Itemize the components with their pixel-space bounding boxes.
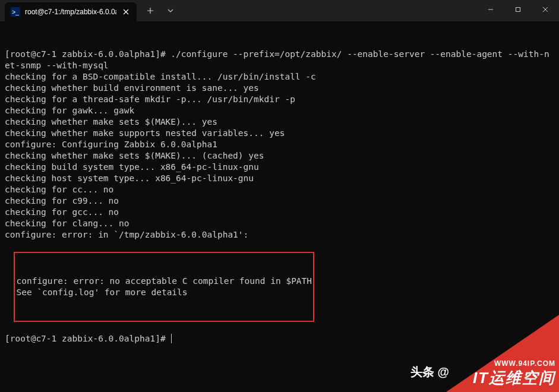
chevron-down-icon: [167, 7, 174, 14]
tab-dropdown-button[interactable]: [160, 1, 181, 20]
plus-icon: [147, 7, 154, 14]
terminal-output[interactable]: [root@c7-1 zabbix-6.0.0alpha1]# ./config…: [0, 21, 559, 361]
terminal-line: checking for clang... no: [5, 218, 554, 229]
watermark-toutiao: 头条 @: [410, 364, 449, 380]
terminal-line: checking whether make sets $(MAKE)... ye…: [5, 116, 554, 128]
terminal-line: checking for a BSD-compatible install...…: [5, 71, 554, 83]
title-bar: >_ root@c7-1:/tmp/zabbix-6.0.0alp: [0, 0, 559, 21]
terminal-line: checking for cc... no: [5, 184, 554, 195]
tab-title: root@c7-1:/tmp/zabbix-6.0.0alp: [25, 8, 116, 16]
minimize-icon: [488, 7, 494, 12]
terminal-line: configure: Configuring Zabbix 6.0.0alpha…: [5, 139, 554, 150]
minimize-button[interactable]: [477, 0, 504, 19]
window-controls: [477, 0, 559, 21]
terminal-line: checking whether build environment is sa…: [5, 83, 554, 94]
terminal-line-error: configure: error: no acceptable C compil…: [16, 276, 312, 287]
close-icon: [542, 7, 548, 12]
terminal-line: configure: error: in `/tmp/zabbix-6.0.0a…: [5, 229, 554, 241]
powershell-icon: >_: [11, 7, 20, 17]
tab-close-button[interactable]: [121, 7, 131, 17]
maximize-icon: [515, 7, 521, 12]
terminal-line: [root@c7-1 zabbix-6.0.0alpha1]# ./config…: [5, 49, 554, 71]
watermark-main: IT运维空间: [473, 368, 555, 388]
watermark-url: WWW.94IP.COM: [473, 359, 555, 368]
terminal-line: checking for gawk... gawk: [5, 105, 554, 116]
terminal-line: checking whether make supports nested va…: [5, 128, 554, 139]
terminal-prompt: [root@c7-1 zabbix-6.0.0alpha1]#: [5, 334, 170, 343]
terminal-line-error: See `config.log' for more details: [16, 287, 312, 298]
maximize-button[interactable]: [504, 0, 532, 19]
terminal-lines: [root@c7-1 zabbix-6.0.0alpha1]# ./config…: [5, 49, 554, 241]
new-tab-button[interactable]: [140, 1, 160, 20]
terminal-line: checking build system type... x86_64-pc-…: [5, 162, 554, 173]
tab-active[interactable]: >_ root@c7-1:/tmp/zabbix-6.0.0alp: [5, 2, 137, 21]
terminal-line: checking for gcc... no: [5, 207, 554, 218]
window-close-button[interactable]: [532, 0, 559, 19]
watermark-text: WWW.94IP.COM IT运维空间: [473, 359, 555, 388]
svg-rect-0: [516, 8, 520, 12]
tab-strip: >_ root@c7-1:/tmp/zabbix-6.0.0alp: [0, 0, 181, 21]
terminal-highlighted-lines: configure: error: no acceptable C compil…: [16, 276, 312, 298]
close-icon: [123, 9, 129, 15]
terminal-line: checking for c99... no: [5, 195, 554, 207]
tab-actions: [140, 0, 181, 21]
error-highlight-box: configure: error: no acceptable C compil…: [14, 252, 314, 322]
terminal-line: checking for a thread-safe mkdir -p... /…: [5, 94, 554, 105]
terminal-line: checking host system type... x86_64-pc-l…: [5, 173, 554, 184]
terminal-cursor: [171, 334, 172, 343]
terminal-line: checking whether make sets $(MAKE)... (c…: [5, 150, 554, 162]
